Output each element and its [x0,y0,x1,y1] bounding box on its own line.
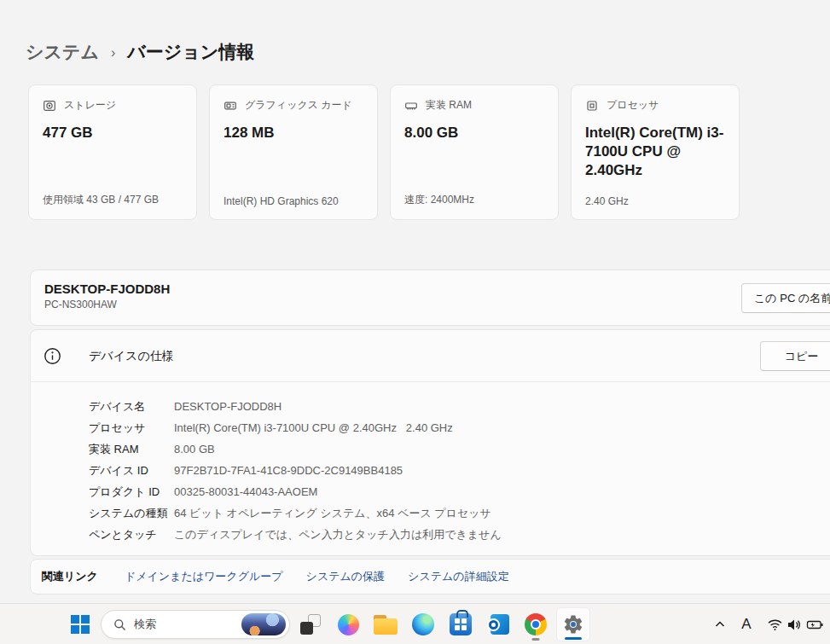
device-name-card: DESKTOP-FJODD8H PC-NS300HAW この PC の名前を変更 [30,270,830,326]
file-explorer-icon [374,615,398,635]
chrome-icon [525,613,547,635]
spec-row-product-id: プロダクト ID 00325-80031-44043-AAOEM [89,481,830,502]
task-view-button[interactable] [293,607,328,641]
spec-row-device-name: デバイス名 DESKTOP-FJODD8H [89,396,830,417]
graphics-card: グラフィックス カード 128 MB Intel(R) HD Graphics … [209,84,378,220]
card-value: 8.00 GB [404,124,544,142]
page-title: バージョン情報 [127,40,254,64]
card-caption: Intel(R) HD Graphics 620 [223,195,339,207]
card-caption: 2.40 GHz [585,195,629,207]
copilot-button[interactable] [331,607,365,641]
spec-row-processor: プロセッサ Intel(R) Core(TM) i3-7100U CPU @ 2… [89,417,830,438]
storage-icon [43,99,56,113]
spec-value: 97F2B71D-7FA1-41C8-9DDC-2C9149BB4185 [174,464,403,477]
settings-button[interactable] [556,607,590,641]
copy-button[interactable]: コピー [760,341,830,371]
link-domain-workgroup[interactable]: ドメインまたはワークグループ [125,569,283,584]
edge-icon [412,613,434,635]
search-icon [113,618,126,631]
device-specs-title: デバイスの仕様 [89,349,174,364]
card-label: プロセッサ [607,98,659,113]
ime-mode-button[interactable]: A [734,604,759,644]
ram-icon [404,99,418,113]
spec-row-ram: 実装 RAM 8.00 GB [89,438,830,460]
taskbar: 検索 [0,603,830,644]
spec-row-system-type: システムの種類 64 ビット オペレーティング システム、x64 ベース プロセ… [89,502,830,524]
card-label: グラフィックス カード [245,98,352,113]
related-links-card: 関連リンク ドメインまたはワークグループ システムの保護 システムの詳細設定 [30,559,830,595]
info-icon [44,347,61,365]
spec-label: 実装 RAM [89,442,174,457]
file-explorer-button[interactable] [369,607,403,641]
spec-row-pen-touch: ペンとタッチ このディスプレイでは、ペン入力とタッチ入力は利用できません [89,524,830,545]
outlook-button[interactable] [481,607,515,641]
device-model: PC-NS300HAW [44,299,830,310]
card-caption: 使用領域 43 GB / 477 GB [43,193,159,207]
card-caption: 速度: 2400MHz [404,193,474,207]
card-value: 128 MB [223,124,363,142]
spec-label: プロセッサ [89,421,174,436]
search-highlight-image [241,613,286,635]
spec-value: DESKTOP-FJODD8H [174,400,282,413]
spec-value: 8.00 GB [174,443,215,455]
chrome-button[interactable] [519,607,553,641]
rename-pc-button[interactable]: この PC の名前を変更 [741,283,830,313]
processor-card: プロセッサ Intel(R) Core(TM) i3-7100U CPU @ 2… [571,84,740,220]
spec-value: 00325-80031-44043-AAOEM [174,485,317,498]
card-label: 実装 RAM [426,98,472,113]
copilot-icon [338,614,359,635]
card-value: 477 GB [43,124,183,142]
spec-label: ペンとタッチ [89,527,174,542]
wifi-icon [767,617,783,633]
edge-button[interactable] [406,607,440,641]
spec-label: デバイス名 [89,399,174,415]
battery-button[interactable] [803,604,827,644]
volume-icon [786,617,802,633]
device-name: DESKTOP-FJODD8H [44,281,830,296]
search-placeholder: 検索 [134,617,234,632]
card-value: Intel(R) Core(TM) i3-7100U CPU @ 2.40GHz [585,124,725,180]
task-view-icon [300,614,321,635]
settings-gear-icon [562,613,584,635]
ram-card: 実装 RAM 8.00 GB 速度: 2400MHz [390,84,559,220]
card-label: ストレージ [64,98,116,113]
spec-row-device-id: デバイス ID 97F2B71D-7FA1-41C8-9DDC-2C9149BB… [89,460,830,481]
settings-window: システム › バージョン情報 ストレージ 477 GB 使用領域 43 GB /… [0,0,830,644]
related-links-title: 関連リンク [42,569,98,584]
processor-icon [585,99,599,113]
breadcrumb-system[interactable]: システム [26,40,99,64]
storage-card: ストレージ 477 GB 使用領域 43 GB / 477 GB [28,84,197,220]
tray-chevron-up-button[interactable] [708,604,732,644]
outlook-icon [487,614,509,635]
link-advanced-system-settings[interactable]: システムの詳細設定 [408,569,509,584]
spec-value: このディスプレイでは、ペン入力とタッチ入力は利用できません [174,527,502,542]
breadcrumb: システム › バージョン情報 [26,40,254,64]
spec-value: Intel(R) Core(TM) i3-7100U CPU @ 2.40GHz… [174,421,453,434]
device-specs-section: デバイスの仕様 コピー デバイス名 DESKTOP-FJODD8H プロセッサ … [30,329,830,556]
volume-button[interactable] [782,604,804,644]
microsoft-store-button[interactable] [444,607,478,641]
chevron-right-icon: › [111,44,115,61]
microsoft-store-icon [450,613,472,635]
spec-label: プロダクト ID [89,484,174,500]
search-box[interactable]: 検索 [101,610,290,639]
chevron-up-icon [713,618,727,631]
battery-icon [806,617,824,633]
device-specs-table: デバイス名 DESKTOP-FJODD8H プロセッサ Intel(R) Cor… [31,382,830,545]
graphics-card-icon [223,99,237,113]
start-button[interactable] [63,607,97,641]
spec-label: デバイス ID [89,463,174,479]
link-system-protection[interactable]: システムの保護 [306,569,386,584]
windows-logo-icon [71,615,90,634]
ime-ja-indicator: A [741,616,751,633]
spec-label: システムの種類 [89,506,174,521]
spec-value: 64 ビット オペレーティング システム、x64 ベース プロセッサ [174,506,491,521]
device-specs-header[interactable]: デバイスの仕様 コピー [31,330,830,382]
